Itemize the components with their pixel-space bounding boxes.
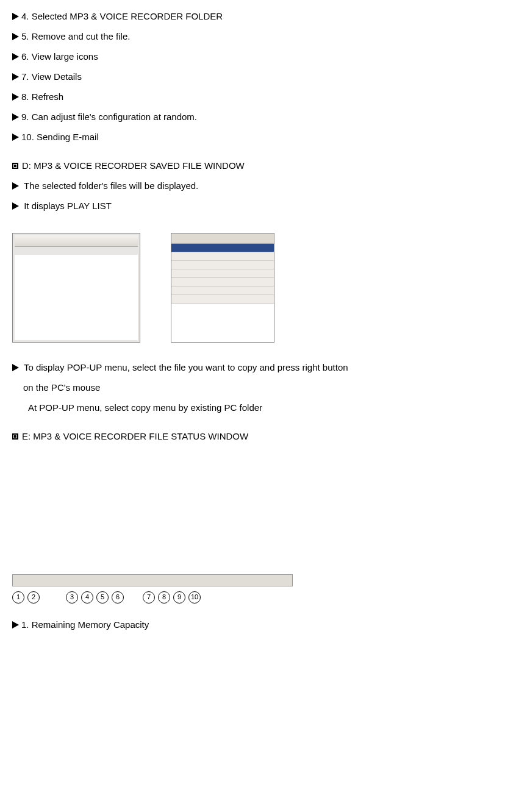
screenshot-header	[171, 233, 274, 244]
list-item-7: 7. View Details	[12, 66, 504, 87]
menu-row	[171, 278, 274, 287]
circled-3: 3	[66, 591, 78, 604]
list-item-6: 6. View large icons	[12, 46, 504, 66]
bullet-icon	[12, 182, 19, 190]
text: 8. Refresh	[21, 91, 63, 102]
menu-row	[171, 287, 274, 295]
bullet-icon	[12, 33, 19, 40]
circled-1: 1	[12, 591, 24, 604]
menu-row	[171, 252, 274, 261]
circled-2: 2	[27, 591, 40, 604]
text: E: MP3 & VOICE RECORDER FILE STATUS WIND…	[22, 431, 248, 441]
status-bar-screenshot: 1 2 3 4 5 6 7 8 9 10	[12, 574, 293, 606]
list-item-9: 9. Can adjust file's configuration at ra…	[12, 107, 504, 127]
section-d-title: D: MP3 & VOICE RECORDER SAVED FILE WINDO…	[12, 155, 504, 176]
text: 6. View large icons	[21, 51, 98, 62]
bullet-icon	[12, 113, 19, 121]
circled-5: 5	[96, 591, 109, 604]
circled-4: 4	[81, 591, 93, 604]
section-d-bullet-3: To display POP-UP menu, select the file …	[12, 357, 504, 377]
section-d-bullet-3-cont: on the PC's mouse	[23, 377, 504, 397]
screenshot-row	[12, 233, 504, 343]
file-window-screenshot	[12, 233, 140, 343]
circled-6: 6	[112, 591, 124, 604]
menu-row-selected	[171, 244, 274, 252]
text: To display POP-UP menu, select the file …	[24, 362, 348, 372]
text: 10. Sending E-mail	[21, 132, 99, 142]
list-item-8: 8. Refresh	[12, 87, 504, 107]
text: It displays PLAY LIST	[24, 201, 112, 211]
bullet-icon	[12, 93, 19, 101]
circled-10: 10	[188, 591, 201, 604]
bullet-icon	[12, 621, 19, 629]
list-item-10: 10. Sending E-mail	[12, 127, 504, 147]
text: 4. Selected MP3 & VOICE RECORDER FOLDER	[21, 11, 223, 21]
circled-9: 9	[173, 591, 185, 604]
menu-row	[171, 295, 274, 304]
list-item-5: 5. Remove and cut the file.	[12, 26, 504, 46]
section-d-bullet-3-note: At POP-UP menu, select copy menu by exis…	[28, 397, 504, 418]
bullet-icon	[12, 364, 19, 371]
text: 9. Can adjust file's configuration at ra…	[21, 112, 197, 122]
text: D: MP3 & VOICE RECORDER SAVED FILE WINDO…	[22, 160, 245, 171]
circled-number-row: 1 2 3 4 5 6 7 8 9 10	[12, 591, 293, 604]
section-d-bullet-1: The selected folder's files will be disp…	[12, 176, 504, 196]
circled-7: 7	[143, 591, 155, 604]
section-e-title: E: MP3 & VOICE RECORDER FILE STATUS WIND…	[12, 426, 504, 446]
bullet-icon	[12, 134, 19, 141]
square-bullet-icon	[12, 163, 18, 169]
bullet-icon	[12, 13, 19, 20]
list-item-4: 4. Selected MP3 & VOICE RECORDER FOLDER	[12, 6, 504, 26]
circled-8: 8	[158, 591, 170, 604]
section-d-bullet-2: It displays PLAY LIST	[12, 196, 504, 216]
text: At POP-UP menu, select copy menu by exis…	[28, 402, 262, 413]
screenshot-caption	[15, 247, 138, 255]
status-label-1: 1. Remaining Memory Capacity	[12, 614, 504, 635]
text: on the PC's mouse	[23, 382, 100, 393]
screenshot-body	[171, 304, 274, 342]
text: The selected folder's files will be disp…	[24, 180, 198, 191]
menu-row	[171, 269, 274, 278]
screenshot-tabs	[15, 235, 138, 247]
popup-menu-screenshot	[171, 233, 274, 343]
text: 1. Remaining Memory Capacity	[21, 619, 149, 630]
square-bullet-icon	[12, 433, 18, 440]
bullet-icon	[12, 73, 19, 80]
menu-row	[171, 261, 274, 269]
text: 7. View Details	[21, 71, 82, 82]
status-strip	[12, 574, 293, 586]
bullet-icon	[12, 53, 19, 60]
bullet-icon	[12, 202, 19, 210]
text: 5. Remove and cut the file.	[21, 31, 130, 41]
screenshot-body	[15, 255, 138, 340]
